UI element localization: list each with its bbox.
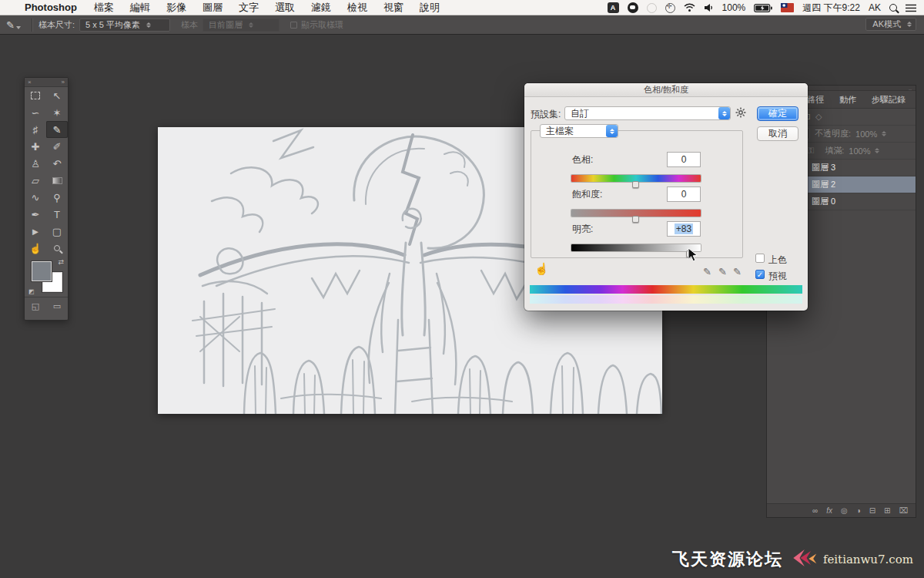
hue-slider-handle[interactable] [632,181,639,188]
panel-collapse-icon[interactable]: ‥ [909,86,912,91]
battery-percent: 100% [722,2,746,13]
new-layer-icon[interactable]: ⊞ [884,506,890,515]
opacity-label: 不透明度: [815,128,851,139]
tools-collapse-icon[interactable]: » [62,79,65,86]
user-label[interactable]: AK [869,2,881,13]
notification-center-icon[interactable] [906,4,916,12]
menu-image[interactable]: 影像 [166,1,186,15]
eyedropper-subtract-icon[interactable]: ✎ [733,266,742,277]
tools-panel: × » ↖ ∽ ✶ ♯ ✎ ✚ ✐ ♙ ↶ ▱ ∿ ⚲ ✒ T ► ▢ ☝ ⇄ … [24,77,69,321]
smart-object-filter-icon[interactable]: ◇ [815,112,822,122]
menu-filter[interactable]: 濾鏡 [311,1,331,15]
layers-panel-toolbar: ∞ fx ◎ ◑ ⊟ ⊞ ⌧ [767,503,916,517]
app-name[interactable]: Photoshop [25,2,77,13]
tool-preset-caret-icon[interactable] [16,26,21,29]
link-layers-icon[interactable]: ∞ [812,506,818,515]
saturation-label: 飽和度: [572,188,602,201]
tool-shape[interactable]: ▢ [46,223,68,240]
menu-layer[interactable]: 圖層 [203,1,223,15]
options-bar: ✎ 樣本尺寸: 5 x 5 平均像素 樣本 目前圖層 顯示取樣環 AK模式 [0,15,924,35]
tool-lasso[interactable]: ∽ [25,104,46,121]
eyedropper-sample-icon[interactable]: ✎ [703,266,711,277]
input-source-icon[interactable] [665,3,675,13]
tool-gradient[interactable] [46,172,68,189]
screen-mode-button[interactable]: ▭ [53,301,61,311]
tool-rectangular-marquee[interactable] [25,87,46,104]
eyedropper-add-icon[interactable]: ✎ [718,266,727,277]
time-machine-icon[interactable] [647,3,657,13]
tool-path-selection[interactable]: ► [25,223,46,240]
tool-type[interactable]: T [46,206,68,223]
wifi-icon[interactable] [684,3,695,12]
adobe-cc-icon[interactable]: A [608,2,619,13]
preset-dropdown[interactable]: 自訂 [564,106,731,120]
foreground-color-swatch[interactable] [32,261,52,281]
tool-smudge[interactable]: ∿ [25,189,46,206]
volume-icon[interactable] [704,3,714,12]
hue-label: 色相: [572,153,593,166]
eyedropper-icon: ✎ [53,124,62,136]
lock-all-icon[interactable]: ⚿ [808,146,814,156]
tool-crop[interactable]: ♯ [25,121,46,138]
tab-history[interactable]: 步驟記錄 [864,91,913,109]
spotlight-icon[interactable] [889,4,897,12]
tool-history-brush[interactable]: ↶ [46,155,68,172]
adjustment-layer-icon[interactable]: ◑ [856,506,861,515]
tool-brush[interactable]: ✐ [46,138,68,155]
menu-select[interactable]: 選取 [275,1,295,15]
clone-stamp-icon: ♙ [31,158,40,170]
menu-file[interactable]: 檔案 [94,1,114,15]
menu-view[interactable]: 檢視 [347,1,367,15]
hue-saturation-dialog: 色相/飽和度 預設集: 自訂 確定 取消 主檔案 色相: 0 飽和度: 0 明亮… [524,83,808,311]
tool-eraser[interactable]: ▱ [25,172,46,189]
tab-actions[interactable]: 動作 [832,91,864,109]
flag-icon[interactable] [781,3,794,12]
channel-groupbox [531,130,743,258]
layer-effects-icon[interactable]: fx [826,506,832,515]
saturation-slider[interactable] [571,210,701,217]
targeted-adjustment-icon[interactable]: ☝ [534,262,549,276]
colorize-label: 上色 [768,254,787,267]
preview-label: 預視 [768,270,787,283]
layer-group-icon[interactable]: ⊟ [869,506,875,515]
tool-zoom[interactable] [46,240,68,257]
tool-magic-wand[interactable]: ✶ [46,104,68,121]
cancel-button[interactable]: 取消 [757,126,798,141]
menu-edit[interactable]: 編輯 [130,1,150,15]
hue-input[interactable]: 0 [667,152,701,167]
swap-colors-icon[interactable]: ⇄ [58,258,64,266]
layer-name: 圖層 2 [812,179,835,190]
preview-checkbox[interactable]: ✓ [755,270,765,279]
delete-layer-icon[interactable]: ⌧ [899,506,908,515]
menu-clock[interactable]: 週四 下午9:22 [802,2,860,15]
tool-healing-brush[interactable]: ✚ [25,138,46,155]
sample-size-dropdown[interactable]: 5 x 5 平均像素 [79,18,170,32]
tool-dodge[interactable]: ⚲ [46,189,68,206]
lightness-slider[interactable] [571,244,701,251]
colorize-checkbox[interactable] [755,254,765,263]
default-colors-icon[interactable]: ◩ [28,288,35,295]
menu-type[interactable]: 文字 [239,1,259,15]
eyedropper-tool-preview-icon[interactable]: ✎ [6,19,15,31]
lightness-input[interactable]: +83 [667,221,701,237]
tool-pen[interactable]: ✒ [25,206,46,223]
ok-button[interactable]: 確定 [757,106,798,121]
tool-eyedropper[interactable]: ✎ [46,121,68,138]
channel-dropdown[interactable]: 主檔案 [540,124,618,138]
layer-mask-icon[interactable]: ◎ [841,506,848,515]
tools-close-icon[interactable]: × [28,79,32,86]
quick-mask-button[interactable]: ◱ [32,301,39,311]
line-icon[interactable] [628,2,638,13]
tool-clone-stamp[interactable]: ♙ [25,155,46,172]
menu-window[interactable]: 視窗 [383,1,403,15]
saturation-input[interactable]: 0 [667,187,701,202]
menu-help[interactable]: 說明 [420,1,440,15]
tool-move[interactable]: ↖ [46,87,68,104]
hue-slider[interactable] [571,175,701,182]
tool-hand[interactable]: ☝ [25,240,46,257]
sample-label: 樣本 [181,19,198,31]
preset-gear-icon[interactable] [735,107,746,120]
workspace-dropdown[interactable]: AK模式 [865,18,916,31]
rectangular-marquee-icon [31,92,40,99]
saturation-slider-handle[interactable] [632,216,639,223]
